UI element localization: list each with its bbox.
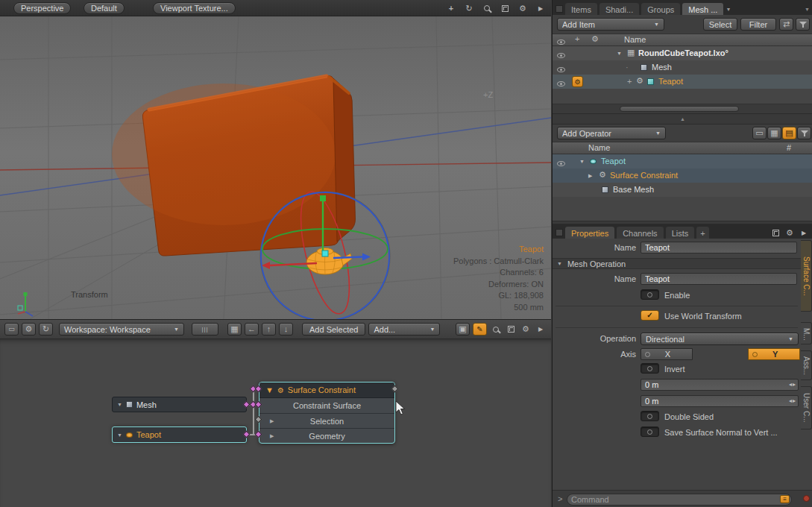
swap-columns-icon[interactable]: ⇄ (779, 18, 793, 31)
add-operator-dropdown[interactable]: Add Operator ▼ (557, 127, 666, 139)
tab-overflow-icon[interactable]: ▼ (726, 7, 731, 12)
use-world-transform-checkbox[interactable]: ✓ (641, 310, 659, 321)
item-list-body[interactable]: ▼ ▦ RoundCubeTeapot.lxo° · Mesh ⚙ + ⚙ Te… (553, 46, 812, 104)
axis-y-option[interactable]: Y (748, 348, 800, 360)
disclosure-down-icon[interactable]: ▼ (617, 51, 622, 56)
viewport-canvas-3d[interactable] (0, 16, 551, 319)
viewport-menu-arrow-icon[interactable]: ▶ (535, 2, 547, 14)
eye-icon[interactable] (557, 159, 565, 168)
side-tab-user-channels[interactable]: User C... (801, 386, 812, 429)
overlay-mode-icon[interactable]: ▣ (456, 323, 470, 336)
3d-viewport[interactable]: Perspective Default Viewport Texture... … (0, 0, 551, 319)
disclosure-down-icon[interactable]: ▼ (579, 159, 585, 164)
align-left-icon[interactable]: ← (245, 323, 259, 336)
node-teapot[interactable]: ▼ Teapot (112, 426, 247, 443)
item-name-input[interactable] (641, 242, 797, 254)
layout-columns-icon[interactable]: ||| (192, 323, 218, 336)
tab-channels[interactable]: Channels (617, 227, 663, 239)
invert-checkbox[interactable] (641, 363, 659, 374)
operation-name-input[interactable] (641, 273, 797, 285)
add-item-dropdown[interactable]: Add Item ▼ (557, 18, 664, 31)
tab-mesh-ops[interactable]: Mesh ... (682, 3, 723, 15)
rotate-view-icon[interactable]: ↻ (463, 2, 475, 14)
filter-funnel-icon[interactable] (796, 18, 810, 31)
tab-groups[interactable]: Groups (641, 3, 680, 15)
chevron-down-icon[interactable]: ▼ (117, 432, 122, 438)
double-sided-checkbox[interactable] (641, 411, 659, 421)
default-shading-button[interactable]: Default (84, 2, 125, 14)
item-row-mesh[interactable]: · Mesh (553, 60, 812, 75)
edit-mode-icon[interactable]: ✎ (473, 323, 487, 336)
viewport-settings-gear-icon[interactable]: ⚙ (520, 324, 532, 336)
item-row-teapot[interactable]: ⚙ + ⚙ Teapot (553, 75, 812, 89)
panel-menu-icon[interactable]: ▼ (805, 7, 810, 12)
list-view-icon[interactable]: ▭ (752, 127, 767, 139)
side-tab-surface-constraint[interactable]: Surface C... (801, 240, 812, 312)
operation-dropdown[interactable]: Directional ▼ (641, 333, 799, 345)
name-column-header[interactable]: Name (624, 35, 646, 44)
axis-x-option[interactable]: X (641, 348, 693, 360)
add-dropdown[interactable]: Add... ▼ (368, 323, 440, 336)
viewport-texture-button[interactable]: Viewport Texture... (153, 2, 236, 14)
pan-icon[interactable]: + (445, 2, 457, 14)
align-up-icon[interactable]: ↑ (262, 323, 276, 336)
details-view-icon[interactable]: ▤ (782, 127, 796, 139)
command-history-icon[interactable]: ≡ (780, 495, 790, 503)
surface-constraint-header[interactable]: ▼ ⚙ Surface Constraint (259, 382, 394, 398)
add-node-icon[interactable]: ▦ (227, 323, 242, 336)
select-button[interactable]: Select (703, 18, 737, 31)
visibility-column-icon[interactable] (557, 37, 565, 46)
layout-preset-icon[interactable]: ▭ (4, 323, 19, 336)
chevron-right-icon[interactable]: ▶ (270, 433, 274, 439)
maximize-viewport-icon[interactable] (505, 324, 517, 336)
zoom-icon[interactable] (490, 324, 502, 336)
mesh-operation-section-header[interactable]: ▼ Mesh Operation (553, 258, 801, 269)
item-list-hscrollbar[interactable] (553, 104, 812, 113)
chevron-down-icon[interactable]: ▼ (265, 385, 274, 394)
enable-checkbox[interactable] (641, 289, 659, 300)
setup-mode-badge-icon[interactable]: ⚙ (572, 76, 583, 87)
perspective-button[interactable]: Perspective (13, 2, 71, 14)
count-column-header[interactable]: # (787, 143, 791, 152)
filter-funnel-icon[interactable] (797, 127, 811, 139)
side-tab-assembly[interactable]: Ass... (801, 350, 812, 380)
panel-splitter[interactable]: ▲ (553, 113, 812, 125)
selection-row[interactable]: ▶ Selection (259, 413, 394, 428)
tree-expand-plus-icon[interactable]: + (627, 77, 632, 86)
side-tab-mesh[interactable]: M... (801, 322, 812, 344)
align-down-icon[interactable]: ↓ (279, 323, 293, 336)
operator-row-base-mesh[interactable]: Base Mesh (553, 183, 812, 197)
gear-add-icon[interactable]: ⚙ (22, 323, 36, 336)
tab-items[interactable]: Items (565, 3, 597, 15)
filter-button[interactable]: Filter (740, 18, 776, 31)
eye-icon[interactable] (557, 65, 565, 74)
workspace-dropdown[interactable]: Workspace: Workspace ▼ (59, 323, 184, 336)
tab-properties[interactable]: Properties (565, 227, 614, 239)
save-surface-normal-checkbox[interactable] (641, 426, 659, 437)
panel-corner-icon[interactable] (556, 229, 563, 236)
eye-icon[interactable] (557, 51, 565, 60)
operator-list-body[interactable]: ▼ Teapot ▶ ⚙ Surface Constraint Base Mes… (553, 154, 812, 221)
tab-shading[interactable]: Shadi... (599, 3, 639, 15)
maximize-panel-icon[interactable] (769, 227, 781, 239)
tab-add[interactable]: + (696, 227, 708, 239)
panel-settings-gear-icon[interactable]: ⚙ (784, 227, 796, 239)
offset-input[interactable] (641, 379, 799, 391)
mini-slider-icon[interactable]: ◂▸ (789, 381, 796, 388)
node-surface-constraint[interactable]: ▼ ⚙ Surface Constraint Constraint Surfac… (259, 382, 395, 444)
command-input[interactable] (567, 494, 792, 506)
mini-slider-icon[interactable]: ◂▸ (789, 397, 796, 404)
max-distance-input[interactable] (641, 395, 799, 407)
constraint-surface-row[interactable]: Constraint Surface (259, 398, 394, 413)
schematic-viewport[interactable]: ▭ ⚙ ↻ Workspace: Workspace ▼ ||| ▦ ← ↑ ↓… (0, 319, 551, 507)
name-column-header[interactable]: Name (588, 143, 610, 152)
maximize-viewport-icon[interactable] (499, 2, 511, 14)
operator-row-teapot[interactable]: ▼ Teapot (553, 154, 812, 169)
operator-row-surface-constraint[interactable]: ▶ ⚙ Surface Constraint (553, 169, 812, 183)
event-log-alert-icon[interactable] (803, 495, 810, 502)
item-row-scene[interactable]: ▼ ▦ RoundCubeTeapot.lxo° (553, 46, 812, 60)
chevron-down-icon[interactable]: ▼ (117, 402, 122, 407)
setup-column-icon[interactable]: ⚙ (591, 35, 599, 43)
viewport-settings-gear-icon[interactable]: ⚙ (517, 2, 529, 14)
gear-sync-icon[interactable]: ↻ (39, 323, 53, 336)
